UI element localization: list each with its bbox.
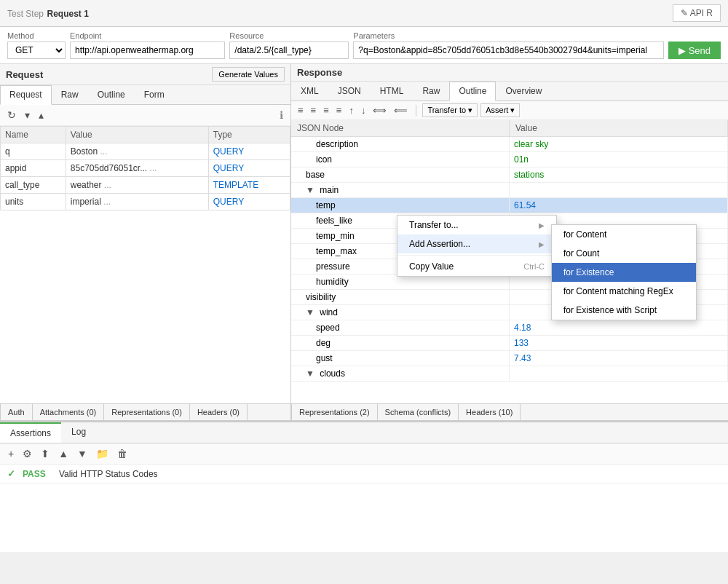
resource-label: Resource xyxy=(229,31,349,40)
tree-row[interactable]: base stations xyxy=(291,167,728,183)
tab-schema[interactable]: Schema (conflicts) xyxy=(378,404,459,420)
tab-json[interactable]: JSON xyxy=(328,82,371,100)
node-name: deg xyxy=(316,338,331,348)
params-input[interactable] xyxy=(353,42,664,59)
tree-row[interactable]: ▼ clouds xyxy=(291,366,728,382)
tree-node-cell: ▼ clouds xyxy=(291,366,510,381)
export-btn[interactable]: ⬆ xyxy=(39,446,52,461)
tree-row[interactable]: pressure xyxy=(291,259,728,275)
tab-html[interactable]: HTML xyxy=(371,82,414,100)
node-name: wind xyxy=(320,307,338,317)
collapse-btn[interactable]: ⟸ xyxy=(392,103,410,117)
tree-header: JSON Node Value xyxy=(291,120,728,137)
table-row[interactable]: appid 85c705dd76051cr... ... QUERY xyxy=(1,160,290,177)
sort-asc-btn[interactable]: ↑ xyxy=(347,103,356,117)
toggle-icon[interactable]: ▼ xyxy=(306,185,314,195)
move-down-btn[interactable]: ▼ xyxy=(75,446,90,461)
assert-button[interactable]: Assert ▾ xyxy=(480,103,520,117)
node-name: feels_like xyxy=(316,216,352,226)
tab-headers[interactable]: Headers (0) xyxy=(190,404,248,420)
table-row[interactable]: units imperial ... QUERY xyxy=(1,194,290,210)
toggle-icon[interactable]: ▼ xyxy=(306,307,314,317)
tab-request[interactable]: Request xyxy=(0,85,52,105)
move-up-btn[interactable]: ▲ xyxy=(56,446,71,461)
response-panel-header: Response xyxy=(291,64,728,82)
params-table: Name Value Type q Boston ... QUERY appid… xyxy=(0,126,290,210)
tab-attachments[interactable]: Attachments (0) xyxy=(33,404,105,420)
response-panel-title: Response xyxy=(297,67,342,78)
method-select[interactable]: GET xyxy=(7,42,66,59)
endpoint-input[interactable] xyxy=(70,42,225,59)
node-name: temp_max xyxy=(316,246,357,256)
up-button[interactable]: ▴ xyxy=(36,108,47,122)
table-row[interactable]: q Boston ... QUERY xyxy=(1,143,290,160)
tab-overview[interactable]: Overview xyxy=(496,82,551,100)
col-value: Value xyxy=(66,127,208,143)
tree-node-cell: humidity xyxy=(291,275,510,289)
table-row[interactable]: call_type weather ... TEMPLATE xyxy=(1,177,290,194)
info-button[interactable]: ℹ xyxy=(277,108,286,122)
tree-value-cell xyxy=(510,259,728,274)
align-justify-btn[interactable]: ≡ xyxy=(334,103,344,117)
down-button[interactable]: ▾ xyxy=(22,108,33,122)
tab-form[interactable]: Form xyxy=(135,85,174,104)
assertion-name: Valid HTTP Status Codes xyxy=(59,469,158,479)
assertion-row[interactable]: ✓ PASS Valid HTTP Status Codes xyxy=(0,465,728,484)
tree-node-cell: temp_min xyxy=(291,229,510,243)
send-button[interactable]: ▶ Send xyxy=(668,42,721,59)
tree-row[interactable]: deg 133 xyxy=(291,336,728,351)
sort-desc-btn[interactable]: ↓ xyxy=(359,103,368,117)
refresh-button[interactable]: ↻ xyxy=(4,108,19,122)
tab-outline[interactable]: Outline xyxy=(88,85,135,104)
col-name: Name xyxy=(1,127,66,143)
tree-row[interactable]: humidity xyxy=(291,275,728,290)
tab-representations[interactable]: Representations (2) xyxy=(291,404,378,420)
tree-row[interactable]: temp 61.54 xyxy=(291,198,728,213)
tree-row[interactable]: temp_min xyxy=(291,229,728,244)
node-name: temp_min xyxy=(316,231,355,241)
tab-xml[interactable]: XML xyxy=(291,82,328,100)
endpoint-column: Endpoint xyxy=(70,31,225,59)
node-name: temp xyxy=(316,200,336,210)
tab-representations[interactable]: Representations (0) xyxy=(104,404,190,420)
tab-outline[interactable]: Outline xyxy=(449,82,496,101)
tab-log[interactable]: Log xyxy=(61,422,96,443)
node-name: pressure xyxy=(316,261,350,272)
tree-row[interactable]: ▼ main xyxy=(291,183,728,198)
tree-value-cell: clear sky xyxy=(510,137,728,151)
param-name: appid xyxy=(1,160,66,177)
expand-btn[interactable]: ⟺ xyxy=(371,103,389,117)
tab-raw[interactable]: Raw xyxy=(52,85,88,104)
transfer-to-button[interactable]: Transfer to ▾ xyxy=(422,103,478,117)
tree-value-cell: 61.54 xyxy=(510,198,728,213)
folder-btn[interactable]: 📁 xyxy=(94,446,111,461)
param-type: TEMPLATE xyxy=(208,177,290,194)
resource-input[interactable] xyxy=(229,42,349,59)
tree-node-cell: speed xyxy=(291,320,510,335)
tab-response-headers[interactable]: Headers (10) xyxy=(459,404,521,420)
align-left-btn[interactable]: ≡ xyxy=(296,103,306,117)
tree-row[interactable]: temp_max xyxy=(291,244,728,259)
add-assertion-btn[interactable]: + xyxy=(6,446,16,461)
tree-row[interactable]: icon 01n xyxy=(291,152,728,167)
separator xyxy=(416,105,416,117)
delete-btn[interactable]: 🗑 xyxy=(115,446,130,461)
tree-row[interactable]: visibility xyxy=(291,290,728,305)
tab-raw[interactable]: Raw xyxy=(413,82,449,100)
generate-values-button[interactable]: Generate Values xyxy=(212,67,285,82)
assertion-status: PASS xyxy=(23,469,52,479)
tab-assertions[interactable]: Assertions xyxy=(0,422,61,443)
align-center-btn[interactable]: ≡ xyxy=(309,103,319,117)
settings-btn[interactable]: ⚙ xyxy=(20,446,34,461)
tab-auth[interactable]: Auth xyxy=(0,404,33,420)
tree-row[interactable]: feels_like 59.74 xyxy=(291,213,728,229)
api-r-button[interactable]: ✎ API R xyxy=(673,4,721,22)
tree-row[interactable]: description clear sky xyxy=(291,137,728,152)
align-right-btn[interactable]: ≡ xyxy=(321,103,331,117)
toggle-icon[interactable]: ▼ xyxy=(306,368,314,379)
tree-row[interactable]: ▼ wind xyxy=(291,305,728,320)
params-label: Parameters xyxy=(353,31,664,40)
tree-value-cell: 59.74 xyxy=(510,213,728,228)
tree-row[interactable]: speed 4.18 xyxy=(291,320,728,336)
tree-row[interactable]: gust 7.43 xyxy=(291,351,728,366)
